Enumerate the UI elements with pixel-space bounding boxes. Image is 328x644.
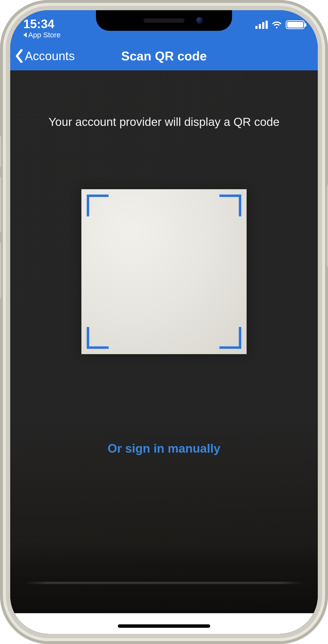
notch xyxy=(96,10,232,31)
home-indicator[interactable] xyxy=(118,624,210,628)
instruction-text: Your account provider will display a QR … xyxy=(10,115,318,128)
scan-corner-icon xyxy=(219,194,241,216)
side-button xyxy=(327,184,328,267)
scan-corner-icon xyxy=(87,327,109,349)
navigation-bar: Accounts Scan QR code xyxy=(10,42,318,70)
side-button xyxy=(0,136,1,167)
wifi-icon xyxy=(272,20,282,29)
back-to-app-store[interactable]: App Store xyxy=(23,31,61,39)
back-app-label: App Store xyxy=(28,31,61,39)
back-triangle-icon xyxy=(23,32,27,37)
front-camera xyxy=(196,17,203,24)
status-right xyxy=(255,18,305,29)
side-button xyxy=(0,242,1,298)
camera-viewfinder: Your account provider will display a QR … xyxy=(10,70,318,634)
scan-corner-icon xyxy=(87,194,109,216)
qr-scan-target[interactable] xyxy=(81,189,247,354)
phone-frame: 15:34 App Store xyxy=(0,0,328,644)
scan-corner-icon xyxy=(219,327,241,349)
cellular-signal-icon xyxy=(255,20,268,29)
chevron-left-icon xyxy=(15,49,23,63)
camera-background xyxy=(10,540,318,613)
speaker-grille xyxy=(143,18,185,23)
phone-screen: 15:34 App Store xyxy=(10,10,318,634)
side-button xyxy=(0,177,1,233)
status-left: 15:34 App Store xyxy=(23,18,61,39)
battery-icon xyxy=(286,20,305,29)
back-button[interactable]: Accounts xyxy=(10,49,75,63)
authenticator-app: 15:34 App Store xyxy=(10,10,318,634)
back-label: Accounts xyxy=(25,49,75,63)
sign-in-manually-link[interactable]: Or sign in manually xyxy=(10,442,318,456)
status-time: 15:34 xyxy=(23,18,61,31)
home-bar-area xyxy=(10,613,318,634)
